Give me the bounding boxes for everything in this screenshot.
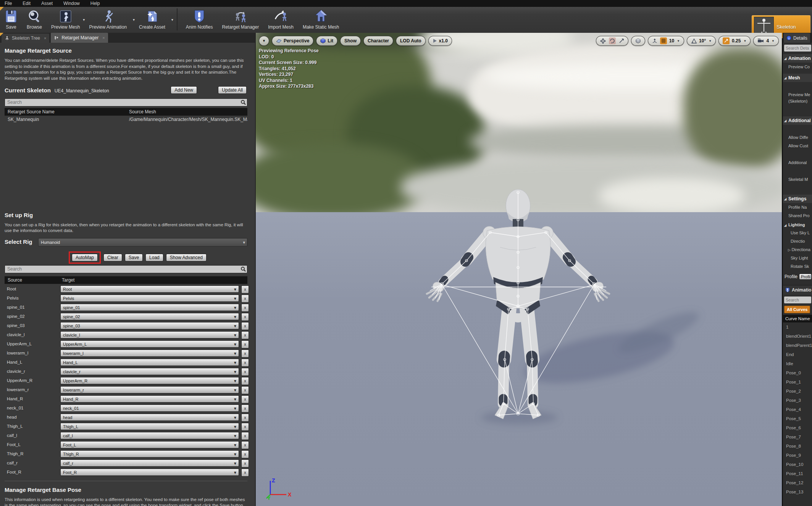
- preview-mesh-button[interactable]: Preview Mesh ▾: [47, 7, 84, 30]
- menu-window[interactable]: Window: [63, 1, 80, 6]
- bone-target-dropdown[interactable]: neck_01▼: [60, 404, 239, 412]
- browse-button[interactable]: Browse: [22, 7, 47, 30]
- bone-target-dropdown[interactable]: calf_r▼: [60, 459, 239, 467]
- clear-mapping-button[interactable]: x: [241, 340, 249, 348]
- bone-target-dropdown[interactable]: spine_01▼: [60, 304, 239, 311]
- angle-snap-value[interactable]: 10°: [699, 38, 706, 44]
- curve-list-item[interactable]: Pose_8: [783, 442, 812, 451]
- character-menu-button[interactable]: Character: [363, 36, 393, 46]
- anim-notifies-button[interactable]: Anim Notifies: [181, 7, 218, 30]
- show-menu-button[interactable]: Show: [340, 36, 361, 46]
- details-section-header[interactable]: Lighting: [783, 221, 812, 229]
- menu-file[interactable]: File: [5, 1, 12, 6]
- bone-target-dropdown[interactable]: clavicle_l▼: [60, 331, 239, 338]
- grid-snap-value[interactable]: 10: [669, 38, 674, 44]
- bone-target-dropdown[interactable]: Foot_L▼: [60, 441, 239, 448]
- bone-target-dropdown[interactable]: lowerarm_r▼: [60, 386, 239, 393]
- curve-list-item[interactable]: Pose_2: [783, 387, 812, 396]
- profile-button[interactable]: Profil: [799, 274, 812, 280]
- lit-mode-button[interactable]: Lit: [316, 36, 337, 46]
- clear-mapping-button[interactable]: x: [241, 450, 249, 458]
- rig-save-button[interactable]: Save: [125, 254, 143, 261]
- bone-target-dropdown[interactable]: Thigh_L▼: [60, 423, 239, 430]
- clear-mapping-button[interactable]: x: [241, 404, 249, 413]
- chevron-down-icon[interactable]: ▼: [709, 39, 712, 43]
- chevron-down-icon[interactable]: ▼: [677, 39, 680, 43]
- make-static-mesh-button[interactable]: Make Static Mesh: [298, 7, 344, 30]
- search-input[interactable]: [5, 266, 247, 273]
- bone-target-dropdown[interactable]: UpperArm_R▼: [60, 377, 239, 384]
- chevron-down-icon[interactable]: ▼: [743, 39, 746, 43]
- curve-list-item[interactable]: Pose_7: [783, 432, 812, 442]
- create-asset-button[interactable]: Create Asset ▾: [134, 7, 173, 30]
- clear-button[interactable]: Clear: [103, 254, 122, 261]
- bone-target-dropdown[interactable]: Foot_R▼: [60, 469, 239, 476]
- bone-target-dropdown[interactable]: calf_l▼: [60, 432, 239, 439]
- curve-list-item[interactable]: Pose_9: [783, 451, 812, 460]
- curve-list-item[interactable]: blendParent1: [783, 341, 812, 350]
- clear-mapping-button[interactable]: x: [241, 322, 249, 330]
- lod-auto-button[interactable]: LOD Auto: [396, 36, 426, 46]
- close-icon[interactable]: ×: [44, 36, 46, 40]
- preview-animation-button[interactable]: Preview Animation ▾: [84, 7, 134, 30]
- curve-list-item[interactable]: End: [783, 350, 812, 359]
- clear-mapping-button[interactable]: x: [241, 377, 249, 385]
- clear-mapping-button[interactable]: x: [241, 285, 249, 293]
- clear-mapping-button[interactable]: x: [241, 423, 249, 431]
- translate-icon[interactable]: [600, 38, 606, 44]
- clear-mapping-button[interactable]: x: [241, 386, 249, 394]
- bone-target-dropdown[interactable]: Pelvis▼: [60, 295, 239, 302]
- tab-skeleton-tree[interactable]: Skeleton Tree ×: [2, 34, 49, 43]
- retarget-manager-button[interactable]: Retarget Manager: [217, 7, 263, 30]
- clear-mapping-button[interactable]: x: [241, 304, 249, 312]
- automap-button[interactable]: AutoMap: [72, 254, 98, 261]
- viewport-options-button[interactable]: ▼: [259, 36, 269, 46]
- menu-help[interactable]: Help: [90, 1, 100, 6]
- clear-mapping-button[interactable]: x: [241, 331, 249, 339]
- preview-viewport[interactable]: ▼ Perspective Lit Show Character LOD Aut…: [256, 33, 782, 506]
- search-input[interactable]: [784, 45, 811, 52]
- clear-mapping-button[interactable]: x: [241, 459, 249, 467]
- curve-list-item[interactable]: Pose_13: [783, 487, 812, 496]
- curve-list-item[interactable]: Pose_10: [783, 460, 812, 469]
- surface-snap-icon[interactable]: [652, 38, 658, 44]
- curve-list-item[interactable]: Pose_0: [783, 368, 812, 377]
- tab-retarget-manager[interactable]: Retarget Manager ×: [51, 33, 108, 43]
- curve-list-item[interactable]: Pose_5: [783, 414, 812, 423]
- bone-target-dropdown[interactable]: UpperArm_L▼: [60, 340, 239, 348]
- table-row[interactable]: SK_Mannequin /Game/Mannequin/Character/M…: [5, 116, 247, 123]
- update-all-button[interactable]: Update All: [218, 86, 247, 94]
- perspective-button[interactable]: Perspective: [272, 36, 313, 46]
- bone-target-dropdown[interactable]: spine_02▼: [60, 313, 239, 320]
- bone-target-dropdown[interactable]: Hand_L▼: [60, 359, 239, 366]
- coordinate-system-button[interactable]: [631, 36, 645, 46]
- clear-mapping-button[interactable]: x: [241, 395, 249, 403]
- chevron-down-icon[interactable]: ▼: [772, 39, 775, 43]
- bone-target-dropdown[interactable]: Thigh_R▼: [60, 450, 239, 458]
- scale-snap-value[interactable]: 0.25: [732, 38, 741, 44]
- select-rig-dropdown[interactable]: Humanoid ▾: [38, 238, 247, 247]
- bone-target-dropdown[interactable]: lowerarm_l▼: [60, 350, 239, 357]
- search-input[interactable]: [5, 99, 247, 106]
- angle-snap-icon[interactable]: [691, 39, 697, 44]
- playback-speed-button[interactable]: x1.0: [428, 36, 452, 46]
- menu-edit[interactable]: Edit: [23, 1, 31, 6]
- clear-mapping-button[interactable]: x: [241, 441, 249, 449]
- curve-list-item[interactable]: Idle: [783, 359, 812, 368]
- curve-list-item[interactable]: Pose_6: [783, 423, 812, 432]
- search-input[interactable]: [784, 297, 811, 303]
- rotate-icon[interactable]: [609, 37, 616, 44]
- menu-asset[interactable]: Asset: [41, 1, 53, 6]
- camera-speed-value[interactable]: 4: [766, 38, 769, 44]
- clear-mapping-button[interactable]: x: [241, 350, 249, 358]
- curve-list-item[interactable]: blendOrient1: [783, 332, 812, 341]
- show-advanced-button[interactable]: Show Advanced: [166, 254, 207, 261]
- camera-speed-icon[interactable]: [757, 39, 764, 43]
- bone-target-dropdown[interactable]: head▼: [60, 414, 239, 421]
- clear-mapping-button[interactable]: x: [241, 359, 249, 367]
- curve-list-item[interactable]: Pose_12: [783, 478, 812, 487]
- chevron-down-icon[interactable]: ▾: [171, 18, 173, 22]
- details-section-header[interactable]: Settings: [783, 195, 812, 203]
- curve-list-item[interactable]: 1: [783, 322, 812, 332]
- bone-target-dropdown[interactable]: Hand_R▼: [60, 395, 239, 403]
